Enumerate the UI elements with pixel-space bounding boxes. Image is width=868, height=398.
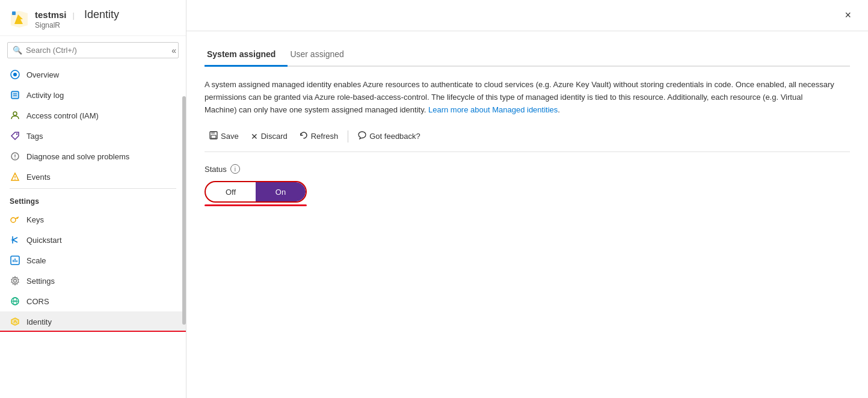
svg-point-12 bbox=[14, 158, 16, 159]
svg-point-15 bbox=[14, 179, 16, 180]
nav-label-diagnose: Diagnose and solve problems bbox=[26, 152, 129, 161]
toolbar-separator bbox=[348, 130, 348, 142]
nav-label-events: Events bbox=[26, 173, 51, 182]
nav-label-tags: Tags bbox=[26, 132, 43, 141]
discard-button[interactable]: ✕ Discard bbox=[246, 129, 292, 144]
nav-label-keys: Keys bbox=[26, 215, 44, 224]
nav-item-diagnose[interactable]: Diagnose and solve problems bbox=[0, 146, 186, 167]
toggle-option-off[interactable]: Off bbox=[206, 182, 256, 201]
nav-label-quickstart: Quickstart bbox=[26, 236, 62, 245]
diagnose-icon bbox=[10, 151, 20, 162]
svg-line-17 bbox=[15, 217, 19, 219]
nav-item-keys[interactable]: Keys bbox=[0, 209, 186, 230]
search-box: 🔍 « bbox=[7, 42, 179, 58]
svg-point-3 bbox=[13, 73, 17, 76]
quickstart-icon bbox=[10, 234, 20, 245]
discard-label: Discard bbox=[261, 132, 288, 141]
nav-label-cors: CORS bbox=[26, 297, 49, 306]
close-button[interactable]: × bbox=[840, 7, 856, 24]
nav-item-access-control[interactable]: Access control (IAM) bbox=[0, 105, 186, 126]
nav-item-scale[interactable]: Scale bbox=[0, 250, 186, 271]
status-section: Status i Off On bbox=[205, 164, 850, 203]
svg-point-19 bbox=[11, 239, 13, 241]
keys-icon bbox=[10, 214, 20, 225]
svg-point-21 bbox=[14, 280, 17, 283]
sidebar: testmsi | Identity SignalR 🔍 « Overview … bbox=[0, 0, 186, 398]
nav-label-overview: Overview bbox=[26, 70, 59, 79]
status-text: Status bbox=[205, 165, 227, 174]
description: A system assigned managed identity enabl… bbox=[205, 79, 836, 116]
nav-label-identity: Identity bbox=[26, 317, 52, 326]
search-input[interactable] bbox=[26, 46, 173, 55]
status-info-icon[interactable]: i bbox=[230, 164, 240, 174]
svg-point-9 bbox=[16, 133, 17, 135]
tab-bar: System assigned User assigned bbox=[205, 43, 850, 67]
feedback-label: Got feedback? bbox=[369, 132, 420, 141]
nav-item-events[interactable]: Events bbox=[0, 167, 186, 187]
svg-rect-30 bbox=[211, 135, 216, 138]
nav-label-activity-log: Activity log bbox=[26, 91, 64, 100]
feedback-icon bbox=[358, 131, 366, 141]
top-bar: × bbox=[186, 0, 868, 31]
sidebar-scroll-thumb bbox=[182, 96, 186, 325]
page-body: System assigned User assigned A system a… bbox=[186, 31, 868, 398]
learn-more-link[interactable]: Learn more about Managed identities bbox=[428, 105, 558, 114]
tab-user-assigned[interactable]: User assigned bbox=[288, 43, 356, 67]
main-content: × System assigned User assigned A system… bbox=[186, 0, 868, 398]
toolbar: Save ✕ Discard Refresh Got feedback? bbox=[205, 128, 850, 152]
page-title: Identity bbox=[81, 8, 119, 21]
app-title-block: testmsi | Identity SignalR bbox=[35, 8, 119, 29]
app-subtitle: SignalR bbox=[35, 21, 119, 29]
identity-icon bbox=[10, 316, 20, 327]
save-label: Save bbox=[221, 132, 239, 141]
nav-item-quickstart[interactable]: Quickstart bbox=[0, 230, 186, 250]
refresh-label: Refresh bbox=[311, 132, 339, 141]
nav-item-settings[interactable]: Settings bbox=[0, 271, 186, 291]
save-button[interactable]: Save bbox=[205, 128, 244, 144]
nav-item-tags[interactable]: Tags bbox=[0, 126, 186, 146]
collapse-button[interactable]: « bbox=[169, 43, 179, 58]
svg-point-8 bbox=[13, 112, 17, 115]
app-name: testmsi bbox=[35, 10, 67, 20]
tab-system-assigned[interactable]: System assigned bbox=[205, 43, 288, 67]
settings-divider bbox=[10, 188, 176, 189]
toggle-option-on[interactable]: On bbox=[256, 182, 306, 201]
nav-item-cors[interactable]: CORS bbox=[0, 291, 186, 311]
app-icon bbox=[10, 10, 29, 29]
activity-log-icon bbox=[10, 90, 20, 100]
svg-rect-29 bbox=[211, 132, 215, 134]
header-pipe: | bbox=[73, 11, 75, 20]
scale-icon bbox=[10, 255, 20, 266]
save-icon bbox=[209, 131, 218, 141]
nav-item-identity[interactable]: Identity bbox=[0, 311, 186, 332]
nav-item-overview[interactable]: Overview bbox=[0, 64, 186, 85]
sidebar-header: testmsi | Identity SignalR bbox=[0, 0, 186, 36]
status-label-row: Status i bbox=[205, 164, 850, 174]
search-icon: 🔍 bbox=[13, 46, 22, 55]
access-control-icon bbox=[10, 110, 20, 121]
cors-icon bbox=[10, 296, 20, 307]
svg-rect-4 bbox=[11, 91, 19, 99]
refresh-icon bbox=[300, 131, 308, 141]
settings-section-label: Settings bbox=[0, 190, 186, 209]
nav-label-scale: Scale bbox=[26, 256, 46, 265]
discard-icon: ✕ bbox=[251, 132, 258, 141]
settings-icon bbox=[10, 275, 20, 286]
feedback-button[interactable]: Got feedback? bbox=[353, 128, 425, 144]
tags-icon bbox=[10, 130, 20, 141]
events-icon bbox=[10, 171, 20, 182]
nav-label-settings: Settings bbox=[26, 277, 55, 286]
refresh-button[interactable]: Refresh bbox=[295, 128, 343, 144]
toggle-container: Off On bbox=[205, 181, 307, 203]
toggle-underline bbox=[205, 204, 307, 206]
nav-item-activity-log[interactable]: Activity log bbox=[0, 85, 186, 105]
overview-icon bbox=[10, 69, 20, 80]
svg-point-16 bbox=[11, 218, 16, 222]
svg-rect-1 bbox=[12, 11, 16, 15]
nav-label-access-control: Access control (IAM) bbox=[26, 111, 99, 120]
sidebar-scrollbar[interactable] bbox=[182, 96, 186, 398]
description-link-suffix: . bbox=[558, 105, 560, 114]
toggle-pill[interactable]: Off On bbox=[205, 181, 307, 203]
